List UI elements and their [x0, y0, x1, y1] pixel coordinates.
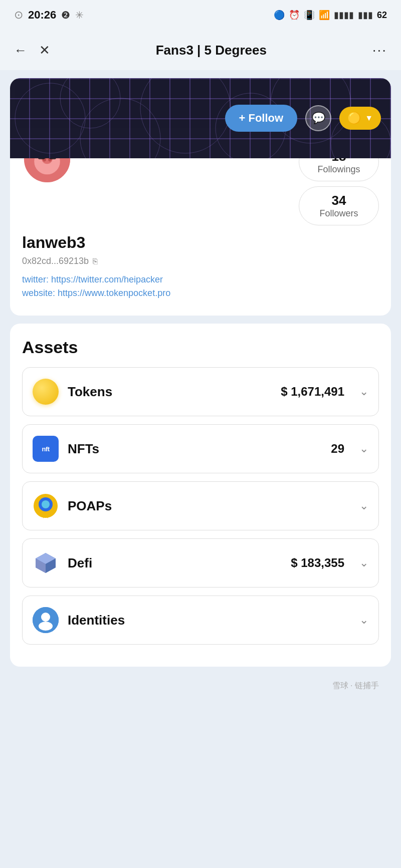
nfts-label: NFTs: [68, 441, 322, 457]
followings-label: Followings: [313, 164, 364, 175]
profile-card: + Follow 💬 🟡 ▼: [10, 78, 391, 316]
tokens-label: Tokens: [68, 384, 272, 400]
wifi-icon: 📶: [319, 10, 330, 21]
vibrate-icon: 📳: [304, 10, 315, 21]
defi-icon: [33, 550, 59, 576]
svg-point-0: [15, 83, 85, 153]
twitter-link: twitter: https://twitter.com/heipacker: [22, 274, 379, 285]
page-title: Fans3 | 5 Degrees: [156, 43, 267, 58]
svg-point-3: [140, 78, 231, 153]
followers-stat[interactable]: 34 Followers: [299, 186, 379, 225]
followers-count: 34: [313, 193, 364, 208]
watermark: 雪球 · 链捕手: [10, 675, 391, 697]
assets-card: Assets Tokens $ 1,671,491 ⌄ nft NFTs 29 …: [10, 324, 391, 667]
website-link: website: https://www.tokenpocket.pro: [22, 288, 379, 299]
status-circle-icon: ⊙: [14, 9, 23, 22]
status-time: 20:26: [28, 9, 56, 22]
wallet-address-text: 0x82cd...69213b: [22, 256, 89, 266]
nfts-chevron-icon: ⌄: [359, 442, 368, 455]
poaps-chevron-icon: ⌄: [359, 499, 368, 512]
back-button[interactable]: ←: [14, 43, 27, 58]
svg-point-28: [41, 613, 50, 622]
svg-point-1: [60, 78, 120, 128]
username: lanweb3: [22, 233, 379, 252]
nfts-item[interactable]: nft NFTs 29 ⌄: [22, 424, 379, 473]
tokens-value: $ 1,671,491: [281, 385, 344, 399]
svg-point-29: [39, 622, 53, 631]
poap-icon: [33, 493, 59, 519]
nfts-value: 29: [331, 442, 344, 456]
poaps-item[interactable]: POAPs ⌄: [22, 481, 379, 530]
assets-title: Assets: [22, 338, 379, 357]
battery-level: 62: [377, 10, 387, 21]
notification-icon: ❷: [61, 9, 70, 21]
profile-banner: + Follow 💬 🟡 ▼: [10, 78, 391, 158]
token-icon: [33, 379, 59, 405]
nav-back-close: ← ✕: [14, 43, 50, 58]
follow-button[interactable]: + Follow: [225, 105, 298, 132]
defi-item[interactable]: Defi $ 183,355 ⌄: [22, 538, 379, 588]
close-button[interactable]: ✕: [39, 43, 50, 58]
identities-chevron-icon: ⌄: [359, 614, 368, 627]
chat-button[interactable]: 💬: [305, 105, 331, 131]
identities-label: Identities: [68, 613, 335, 628]
brightness-icon: ✳: [75, 9, 84, 21]
followers-label: Followers: [313, 208, 364, 219]
defi-chevron-icon: ⌄: [359, 556, 368, 569]
banner-decoration: [10, 78, 391, 158]
tokens-item[interactable]: Tokens $ 1,671,491 ⌄: [22, 367, 379, 416]
defi-label: Defi: [68, 555, 282, 571]
bluetooth-icon: 🔵: [274, 10, 285, 21]
signal1-icon: ▮▮▮▮: [334, 10, 354, 21]
nft-icon: nft: [33, 436, 59, 462]
bnb-button[interactable]: 🟡 ▼: [339, 107, 381, 130]
status-left: ⊙ 20:26 ❷ ✳: [14, 9, 84, 22]
bnb-chevron: ▼: [365, 114, 373, 123]
content-area: + Follow 💬 🟡 ▼: [0, 70, 401, 705]
svg-point-21: [42, 500, 50, 508]
copy-icon[interactable]: ⎘: [93, 257, 98, 266]
wallet-address: 0x82cd...69213b ⎘: [22, 256, 379, 266]
status-right: 🔵 ⏰ 📳 📶 ▮▮▮▮ ▮▮▮ 62: [274, 10, 387, 21]
defi-value: $ 183,355: [291, 556, 344, 570]
chat-icon: 💬: [312, 112, 325, 125]
more-button[interactable]: ···: [372, 42, 387, 58]
poaps-label: POAPs: [68, 498, 335, 514]
profile-body: 18 Followings 34 Followers lanweb3 0x82c…: [10, 134, 391, 299]
alarm-icon: ⏰: [289, 10, 300, 21]
identities-item[interactable]: Identities ⌄: [22, 596, 379, 645]
signal2-icon: ▮▮▮: [358, 10, 373, 21]
bnb-icon: 🟡: [347, 112, 361, 125]
status-bar: ⊙ 20:26 ❷ ✳ 🔵 ⏰ 📳 📶 ▮▮▮▮ ▮▮▮ 62: [0, 0, 401, 30]
nav-bar: ← ✕ Fans3 | 5 Degrees ···: [0, 30, 401, 70]
tokens-chevron-icon: ⌄: [359, 385, 368, 398]
identity-icon: [33, 607, 59, 633]
